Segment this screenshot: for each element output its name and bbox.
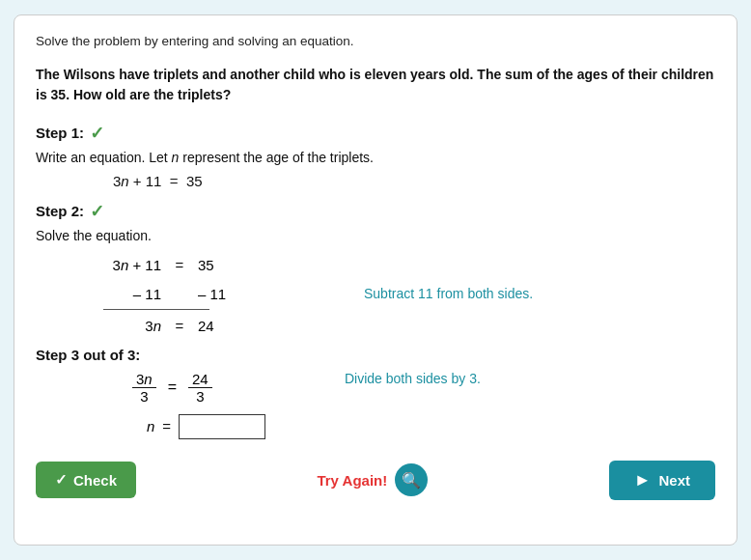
check-icon: ✓ <box>55 471 68 489</box>
check-button[interactable]: ✓ Check <box>36 462 136 498</box>
solve-row-1: 3n + 11 = 35 <box>94 251 715 280</box>
next-arrow-icon: ► <box>634 470 652 490</box>
fraction-right-num: 24 <box>188 371 212 388</box>
step2-checkmark: ✓ <box>90 201 104 222</box>
next-label: Next <box>658 472 690 489</box>
solve-row-2: – 11 – 11 Subtract 11 from both sides. <box>94 280 715 309</box>
solve-section: 3n + 11 = 35 – 11 – 11 Subtract 11 from … <box>36 251 715 341</box>
bottom-bar: ✓ Check Try Again! 🔍 ► Next <box>36 453 715 500</box>
fraction-left-den: 3 <box>136 388 152 405</box>
instructions-text: Solve the problem by entering and solvin… <box>36 33 715 51</box>
solve-row-3: 3n = 24 <box>94 312 715 341</box>
search-icon: 🔍 <box>402 471 421 490</box>
next-button[interactable]: ► Next <box>609 461 715 500</box>
check-label: Check <box>73 472 117 489</box>
problem-text: The Wilsons have triplets and another ch… <box>36 65 715 105</box>
step1-checkmark: ✓ <box>90 123 104 144</box>
answer-input[interactable] <box>179 414 265 439</box>
n-label: n <box>147 418 154 434</box>
try-again-area: Try Again! 🔍 <box>317 463 428 496</box>
step2-label: Step 2: ✓ <box>36 201 715 222</box>
fraction-right: 24 3 <box>188 371 212 405</box>
divide-hint: Divide both sides by 3. <box>345 371 481 386</box>
step3-label: Step 3 out of 3: <box>36 347 715 363</box>
fraction-right-den: 3 <box>192 388 208 405</box>
n-equals: = <box>162 418 171 434</box>
try-again-text[interactable]: Try Again! <box>317 472 387 489</box>
fraction-left: 3n 3 <box>132 371 156 405</box>
fraction-left-num: 3n <box>132 371 156 388</box>
n-row: n = <box>147 414 715 439</box>
fraction-row: 3n 3 = 24 3 Divide both sides by 3. <box>132 371 715 405</box>
subtract-hint: Subtract 11 from both sides. <box>364 280 706 307</box>
underline <box>103 309 209 310</box>
main-container: Solve the problem by entering and solvin… <box>14 14 737 546</box>
step1-equation: 3n + 11 = 35 <box>113 173 715 189</box>
step1-desc: Write an equation. Let n represent the a… <box>36 150 715 165</box>
fraction-equals: = <box>168 378 177 396</box>
search-button[interactable]: 🔍 <box>395 463 428 496</box>
step2-desc: Solve the equation. <box>36 228 715 243</box>
step1-label: Step 1: ✓ <box>36 123 715 144</box>
